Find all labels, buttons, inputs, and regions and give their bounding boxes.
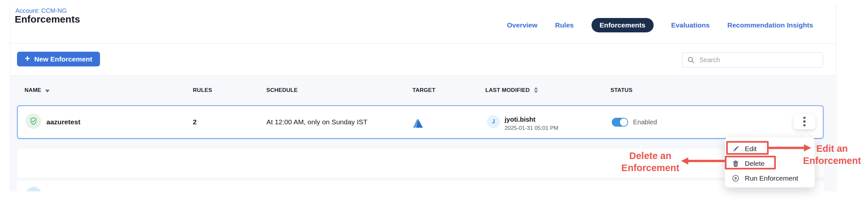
column-header-target: TARGET: [412, 87, 435, 94]
column-header-name[interactable]: NAME: [25, 87, 41, 94]
sort-desc-icon[interactable]: [45, 90, 50, 92]
tab-enforcements[interactable]: Enforcements: [591, 18, 654, 32]
schedule-text: At 12:00 AM, only on Sunday IST: [266, 118, 367, 126]
menu-item-run-enforcement[interactable]: Run Enforcement: [725, 171, 815, 186]
menu-item-label: Run Enforcement: [745, 175, 798, 182]
column-header-rules: RULES: [193, 87, 212, 94]
delete-annotation-arrow: [681, 156, 725, 165]
azure-icon: [413, 119, 423, 128]
row-avatar-icon: [26, 187, 42, 191]
modified-by: jyoti.bisht: [504, 116, 535, 123]
play-circle-icon: [732, 175, 739, 182]
row-actions-menu-button[interactable]: [794, 114, 815, 129]
delete-highlight-box: [725, 156, 776, 169]
table-row[interactable]: [17, 181, 824, 191]
delete-annotation-label: Delete an Enforcement: [618, 150, 683, 174]
rules-count: 2: [193, 118, 197, 126]
sort-icon[interactable]: [534, 87, 538, 93]
tab-bar: Overview Rules Enforcements Evaluations …: [507, 18, 813, 33]
header-divider: [10, 43, 836, 44]
avatar: J: [487, 115, 500, 128]
edit-annotation-label: Edit an Enforcement: [800, 143, 864, 167]
tab-overview[interactable]: Overview: [507, 21, 537, 29]
tab-evaluations[interactable]: Evaluations: [671, 21, 710, 29]
new-enforcement-label: New Enforcement: [34, 55, 92, 63]
status-label: Enabled: [633, 118, 657, 126]
modified-date: 2025-01-31 05:01 PM: [504, 125, 558, 132]
enforcement-name: aazuretest: [46, 118, 81, 126]
search-icon: [687, 56, 695, 64]
tab-rules[interactable]: Rules: [555, 21, 574, 29]
new-enforcement-button[interactable]: + New Enforcement: [17, 52, 100, 67]
column-header-status: STATUS: [611, 87, 632, 94]
breadcrumb[interactable]: Account: CCM-NG: [16, 7, 67, 15]
edit-highlight-box: [726, 141, 769, 155]
page-title: Enforcements: [15, 14, 80, 25]
shield-check-icon: [26, 113, 41, 129]
kebab-icon: [803, 117, 806, 119]
column-header-schedule: SCHEDULE: [266, 87, 298, 94]
tab-recommendation-insights[interactable]: Recommendation Insights: [727, 21, 813, 29]
column-header-last-modified[interactable]: LAST MODIFIED: [485, 87, 530, 94]
search-input[interactable]: [682, 52, 823, 68]
plus-icon: +: [25, 54, 30, 63]
enforcements-page: Account: CCM-NG Enforcements Overview Ru…: [0, 0, 868, 212]
status-toggle[interactable]: [612, 118, 628, 127]
